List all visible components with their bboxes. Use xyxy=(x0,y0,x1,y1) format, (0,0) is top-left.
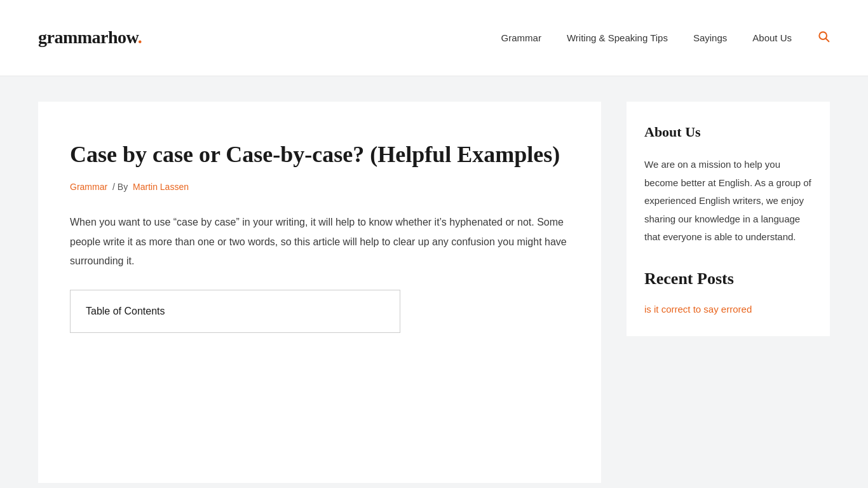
logo-dot: . xyxy=(138,27,142,47)
article-intro: When you want to use “case by case” in y… xyxy=(70,213,569,271)
page-wrapper: Case by case or Case-by-case? (Helpful E… xyxy=(0,76,868,488)
site-logo[interactable]: grammarhow. xyxy=(38,24,142,52)
article-meta: Grammar / By Martin Lassen xyxy=(70,180,569,194)
sidebar-about-text: We are on a mission to help you become b… xyxy=(644,156,812,247)
main-nav: Grammar Writing & Speaking Tips Sayings … xyxy=(501,30,830,46)
sidebar-recent-title: Recent Posts xyxy=(644,266,812,292)
toc-title: Table of Contents xyxy=(86,306,165,316)
nav-writing[interactable]: Writing & Speaking Tips xyxy=(567,30,668,46)
sidebar-recent-link[interactable]: is it correct to say errored xyxy=(644,302,812,317)
svg-line-1 xyxy=(826,39,829,42)
toc-box: Table of Contents xyxy=(70,290,400,333)
search-icon[interactable] xyxy=(817,30,830,46)
article-category[interactable]: Grammar xyxy=(70,182,107,192)
nav-grammar[interactable]: Grammar xyxy=(501,30,541,46)
content-wrapper: Case by case or Case-by-case? (Helpful E… xyxy=(38,102,830,483)
nav-sayings[interactable]: Sayings xyxy=(693,30,727,46)
main-article: Case by case or Case-by-case? (Helpful E… xyxy=(38,102,601,483)
nav-about[interactable]: About Us xyxy=(752,30,792,46)
site-header: grammarhow. Grammar Writing & Speaking T… xyxy=(0,0,868,76)
article-author[interactable]: Martin Lassen xyxy=(133,182,189,192)
article-title: Case by case or Case-by-case? (Helpful E… xyxy=(70,140,569,170)
sidebar: About Us We are on a mission to help you… xyxy=(627,102,830,483)
logo-text: grammarhow xyxy=(38,27,138,47)
meta-separator: / By xyxy=(112,182,128,192)
sidebar-about-section: About Us We are on a mission to help you… xyxy=(627,102,830,336)
sidebar-about-title: About Us xyxy=(644,121,812,143)
